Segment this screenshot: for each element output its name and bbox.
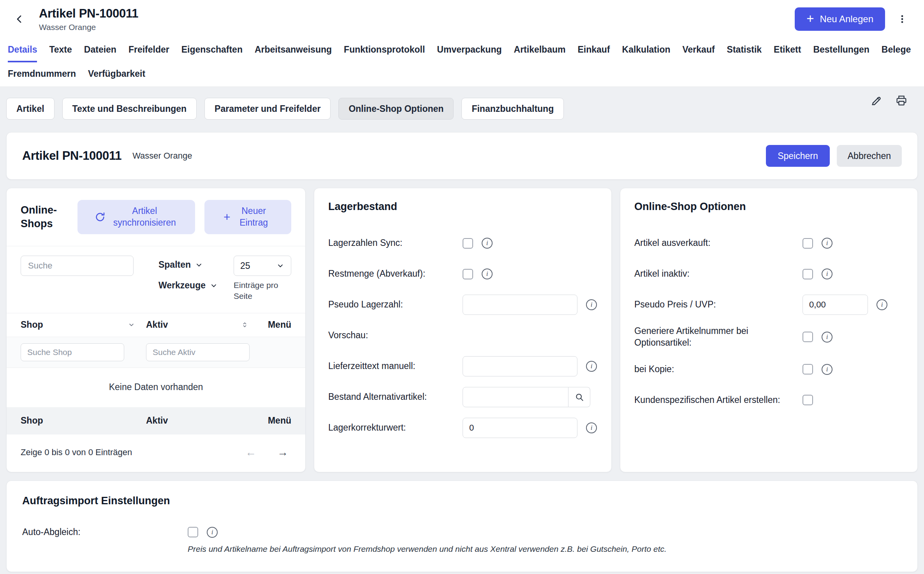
tab-belege[interactable]: Belege — [882, 38, 911, 62]
lagerzahlen-sync-checkbox[interactable] — [463, 238, 473, 249]
table-filter-row — [7, 337, 305, 368]
info-icon[interactable]: i — [822, 238, 832, 249]
control-group: i — [463, 268, 493, 279]
section-tab-artikel[interactable]: Artikel — [6, 98, 55, 120]
cancel-button[interactable]: Abbrechen — [837, 145, 902, 167]
section-tab-parameter-und-freifelder[interactable]: Parameter und Freifelder — [204, 98, 331, 120]
sort-icon — [241, 321, 248, 329]
tab-eigenschaften[interactable]: Eigenschaften — [181, 38, 243, 62]
label-lieferzeittext: Lieferzeittext manuell: — [328, 360, 463, 372]
tab-dateien[interactable]: Dateien — [84, 38, 116, 62]
kebab-icon — [897, 14, 907, 24]
aktiv-filter-input[interactable] — [146, 343, 250, 361]
tab-umverpackung[interactable]: Umverpackung — [437, 38, 502, 62]
tab-etikett[interactable]: Etikett — [774, 38, 801, 62]
auto-abgleich-checkbox[interactable] — [188, 527, 198, 537]
tab-freifelder[interactable]: Freifelder — [128, 38, 169, 62]
artikel-inaktiv-checkbox[interactable] — [803, 269, 813, 279]
bestand-alternativartikel-search-button[interactable] — [568, 387, 590, 407]
form-row: Pseudo Lagerzahl: i — [328, 295, 597, 315]
edit-button[interactable] — [869, 93, 884, 108]
info-icon[interactable]: i — [586, 361, 597, 372]
footer-header-menu: Menü — [259, 415, 291, 426]
form-row: Artikel inaktiv: i — [634, 264, 903, 284]
lagerkorrekturwert-input[interactable] — [463, 418, 577, 438]
chevron-down-icon — [276, 261, 285, 270]
section-tab-online-shop-optionen[interactable]: Online-Shop Optionen — [338, 98, 454, 120]
info-icon[interactable]: i — [207, 527, 218, 538]
tab-row-2: Fremdnummern Verfügbarkeit — [8, 62, 916, 87]
generiere-artikelnummer-checkbox[interactable] — [803, 332, 813, 342]
control-group: i — [463, 356, 597, 376]
info-icon[interactable]: i — [822, 332, 832, 343]
pencil-icon — [870, 94, 883, 107]
tab-verfuegbarkeit[interactable]: Verfügbarkeit — [88, 62, 145, 87]
label-pseudo-lagerzahl: Pseudo Lagerzahl: — [328, 299, 463, 311]
pseudo-preis-input[interactable] — [803, 295, 868, 315]
info-icon[interactable]: i — [876, 299, 887, 310]
restmenge-checkbox[interactable] — [463, 269, 473, 279]
form-row: Kundenspezifischen Artikel erstellen: — [634, 390, 903, 410]
page-size-label: Einträge pro Seite — [234, 280, 291, 302]
lieferzeittext-input[interactable] — [463, 356, 577, 376]
page-title: Artikel PN-100011 — [39, 7, 138, 21]
werkzeuge-dropdown[interactable]: Werkzeuge — [158, 280, 218, 291]
form-row: Pseudo Preis / UVP: i — [634, 295, 903, 315]
column-header-aktiv[interactable]: Aktiv — [146, 320, 259, 330]
tab-details[interactable]: Details — [8, 38, 37, 62]
tab-einkauf[interactable]: Einkauf — [577, 38, 610, 62]
search-input[interactable] — [21, 256, 134, 276]
kebab-menu-button[interactable] — [892, 9, 912, 29]
topbar: Artikel PN-100011 Wasser Orange + Neu An… — [0, 0, 924, 38]
next-page-button[interactable]: → — [277, 446, 288, 459]
save-button[interactable]: Speichern — [766, 145, 830, 167]
info-icon[interactable]: i — [482, 238, 493, 249]
plus-icon: + — [806, 12, 814, 25]
artikel-ausverkauft-checkbox[interactable] — [803, 238, 813, 249]
info-icon[interactable]: i — [586, 422, 597, 433]
sync-articles-button[interactable]: Artikel synchronisieren — [77, 200, 195, 234]
back-button[interactable] — [9, 9, 30, 29]
prev-page-button[interactable]: ← — [245, 446, 256, 459]
section-tab-texte-und-beschreibungen[interactable]: Texte und Beschreibungen — [62, 98, 197, 120]
lagerbestand-title: Lagerbestand — [328, 201, 597, 213]
control-group — [463, 387, 590, 407]
label-bestand-alternativartikel: Bestand Alternativartikel: — [328, 391, 463, 403]
new-entry-button[interactable]: + Neuer Eintrag — [204, 200, 291, 234]
form-row: Lagerzahlen Sync: i — [328, 233, 597, 253]
column-header-shop-label: Shop — [21, 320, 43, 330]
refresh-icon — [94, 211, 106, 223]
shop-filter-input[interactable] — [21, 343, 124, 361]
tab-verkauf[interactable]: Verkauf — [683, 38, 715, 62]
tab-bestellungen[interactable]: Bestellungen — [813, 38, 869, 62]
page-size-select[interactable]: 25 — [234, 256, 291, 276]
online-shops-header: Online-Shops Artikel synchronisieren + N… — [7, 188, 305, 246]
tab-arbeitsanweisung[interactable]: Arbeitsanweisung — [255, 38, 332, 62]
tab-fremdnummern[interactable]: Fremdnummern — [8, 62, 76, 87]
pseudo-lagerzahl-input[interactable] — [463, 295, 577, 315]
control-group — [803, 395, 813, 405]
new-item-button[interactable]: + Neu Anlegen — [795, 7, 885, 31]
info-icon[interactable]: i — [482, 268, 493, 279]
control-group: i — [803, 295, 887, 315]
info-icon[interactable]: i — [822, 364, 832, 375]
tab-kalkulation[interactable]: Kalkulation — [622, 38, 671, 62]
print-button[interactable] — [894, 93, 909, 108]
tab-funktionsprotokoll[interactable]: Funktionsprotokoll — [344, 38, 425, 62]
tab-statistik[interactable]: Statistik — [727, 38, 762, 62]
column-header-shop[interactable]: Shop — [21, 320, 146, 330]
tab-bar: Details Texte Dateien Freifelder Eigensc… — [0, 38, 924, 87]
kundenspezifisch-checkbox[interactable] — [803, 395, 813, 405]
spalten-dropdown[interactable]: Spalten — [158, 260, 218, 270]
bestand-alternativartikel-input[interactable] — [463, 387, 568, 407]
search-icon — [574, 392, 584, 402]
label-lagerkorrekturwert: Lagerkorrekturwert: — [328, 422, 463, 434]
footer-header-menu-label: Menü — [268, 415, 291, 426]
tab-artikelbaum[interactable]: Artikelbaum — [514, 38, 566, 62]
tab-texte[interactable]: Texte — [49, 38, 72, 62]
bei-kopie-checkbox[interactable] — [803, 364, 813, 374]
info-icon[interactable]: i — [822, 268, 832, 279]
column-header-aktiv-label: Aktiv — [146, 320, 168, 330]
section-tab-finanzbuchhaltung[interactable]: Finanzbuchhaltung — [461, 98, 564, 120]
info-icon[interactable]: i — [586, 299, 597, 310]
